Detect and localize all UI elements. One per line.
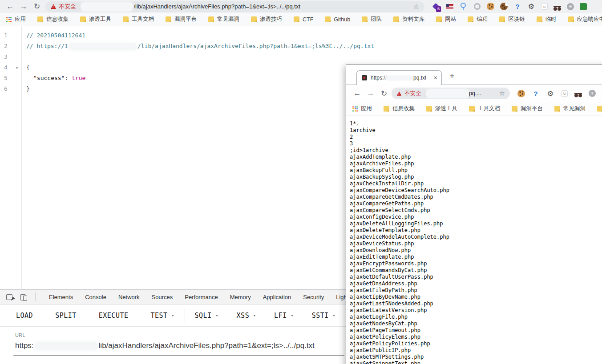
bookmark-item[interactable]: 应急响应中心 — [562, 16, 602, 23]
device-toolbar-icon[interactable] — [20, 294, 27, 300]
bookmark-item[interactable]: 渗透技巧 — [591, 105, 602, 112]
new-tab-icon[interactable]: + — [449, 71, 455, 81]
extension-pin-icon[interactable] — [459, 3, 467, 11]
devtools-tab[interactable]: Performance — [185, 294, 218, 300]
bookmark-item[interactable]: 团队 — [356, 16, 388, 23]
bookmark-item[interactable]: 漏洞平台 — [160, 16, 202, 23]
bookmark-item[interactable]: 资料文库 — [388, 16, 430, 23]
bookmark-star-icon[interactable] — [413, 3, 419, 11]
json-value: true — [72, 73, 85, 84]
file-list-line: ajaxGetLatestVersion.php — [350, 307, 602, 314]
bookmark-item[interactable]: 渗透技巧 — [245, 16, 288, 23]
bookmark-item[interactable]: 区块链 — [493, 16, 531, 23]
bookmark-item[interactable]: 临时 — [531, 16, 562, 23]
file-list-line: ajaxAddTemplate.php — [350, 154, 602, 160]
devtools-tab[interactable]: Network — [118, 294, 140, 300]
security-warning-icon[interactable] — [51, 4, 56, 9]
address-bar[interactable]: 不安全 | pq.... — [392, 88, 510, 99]
hackbar-button[interactable]: SPLIT — [55, 312, 81, 320]
bookmark-item[interactable]: 漏洞平台 — [506, 105, 549, 112]
extension-green-icon[interactable] — [580, 3, 587, 10]
bookmark-item[interactable]: 信息收集 — [32, 16, 74, 23]
bookmark-item[interactable]: 渗透工具 — [420, 105, 463, 112]
extension-u-box-icon[interactable]: u — [561, 90, 568, 97]
extension-gear-icon[interactable] — [527, 3, 535, 11]
hackbar-button[interactable]: LOAD — [16, 312, 37, 320]
devtools-tab[interactable]: Sources — [152, 294, 173, 300]
forward-icon[interactable]: → — [17, 2, 30, 11]
bookmark-item[interactable]: 常见漏洞 — [202, 16, 245, 23]
address-url-text: pq.... — [469, 90, 481, 96]
extension-help-icon[interactable] — [532, 89, 540, 97]
json-key: "success" — [33, 73, 65, 84]
bookmark-label: 工具文档 — [132, 16, 154, 23]
address-bar[interactable]: 不安全 | /lib/ajaxHandlers/ajaxArchiveFiles… — [45, 1, 424, 12]
inspect-element-icon[interactable] — [6, 294, 12, 300]
devtools-tab[interactable]: Console — [85, 294, 106, 300]
bookmark-label: 渗透技巧 — [260, 16, 282, 23]
hackbar-button[interactable]: LFI ▾ — [274, 312, 294, 320]
extension-u-box-icon[interactable]: u — [541, 3, 548, 10]
bookmark-item[interactable]: 网站 — [430, 16, 462, 23]
security-warning-icon[interactable] — [397, 91, 402, 96]
line-number: 2 — [0, 41, 12, 52]
back-icon[interactable]: ← — [351, 89, 364, 98]
extension-diamond-icon[interactable]: 5 — [432, 3, 440, 11]
file-list-line: ajaxGetLogFile.php — [350, 314, 602, 320]
devtools-tab[interactable]: Application — [263, 294, 291, 300]
hackbar-button[interactable]: SSTI ▾ — [312, 312, 335, 320]
extension-gear-icon[interactable] — [546, 89, 554, 97]
bookmark-item[interactable]: 渗透工具 — [74, 16, 117, 23]
bookmark-item[interactable]: 信息收集 — [378, 105, 420, 112]
extension-cookie-bitten-icon[interactable] — [500, 3, 508, 10]
tab-close-icon[interactable]: × — [434, 74, 437, 81]
folder-icon — [436, 16, 442, 22]
bookmark-item[interactable]: 工具文档 — [117, 16, 160, 23]
file-list-line: ajaxGetIpByDevName.php — [350, 294, 602, 300]
hackbar-button[interactable]: XSS ▾ — [237, 312, 256, 320]
reload-icon[interactable]: ↻ — [30, 2, 44, 11]
hackbar-button[interactable]: EXECUTE — [99, 312, 133, 320]
file-list-line: ajaxConfigDevice.php — [350, 214, 602, 220]
file-list-line: ajaxCompareSelectCmds.php — [350, 207, 602, 214]
chevron-down-icon: ▾ — [291, 313, 294, 318]
extension-ring-icon[interactable] — [473, 3, 481, 11]
extension-cookie-icon[interactable] — [487, 3, 494, 10]
bookmark-label: 信息收集 — [46, 16, 69, 23]
extension-help-icon[interactable] — [513, 3, 521, 11]
bookmark-item-apps[interactable]: 应用 — [352, 105, 378, 112]
extension-mask-icon[interactable] — [554, 5, 561, 8]
hackbar-button[interactable]: TEST ▾ — [151, 312, 174, 320]
folder-icon — [537, 16, 542, 22]
reload-icon[interactable]: ↻ — [377, 89, 391, 98]
bookmark-item[interactable]: 常见漏洞 — [549, 105, 591, 112]
hackbar-button-label: LFI — [274, 312, 287, 320]
extension-cookie-icon[interactable] — [517, 90, 525, 97]
hackbar-button[interactable]: SQLI ▾ — [195, 312, 218, 320]
forward-icon[interactable]: → — [364, 89, 377, 98]
bookmark-item[interactable]: 编程 — [462, 16, 493, 23]
extension-mask-icon[interactable] — [574, 92, 582, 95]
extension-pattern-icon[interactable] — [589, 90, 596, 97]
bookmark-label: 常见漏洞 — [217, 16, 239, 23]
json-colon: : — [65, 73, 72, 84]
bookmark-label: 区块链 — [508, 16, 525, 23]
collapse-arrow-icon[interactable] — [12, 62, 21, 73]
bookmark-item[interactable]: CTF — [288, 16, 319, 23]
back-icon[interactable]: ← — [4, 2, 17, 11]
devtools-tab[interactable]: Security — [303, 294, 324, 300]
extension-pattern-icon[interactable] — [567, 3, 574, 10]
extension-flag-icon[interactable] — [445, 3, 453, 11]
bookmark-item[interactable]: Github — [319, 16, 356, 23]
devtools-tab[interactable]: Elements — [49, 294, 73, 300]
file-list-line: ajaxGetPublicIP.php — [350, 347, 602, 354]
bookmark-star-icon[interactable] — [499, 89, 505, 97]
bookmark-label: 工具文档 — [478, 105, 500, 112]
url-field-text: lib/ajaxHandlers/ajaxArchiveFiles.php?pa… — [99, 341, 315, 350]
bookmark-item[interactable]: 工具文档 — [463, 105, 506, 112]
popup-tab[interactable]: https:// pq.txt × — [356, 70, 442, 85]
file-listing: 1*. 1archive 2 3 ;id>1archive ajaxAddTem… — [346, 116, 602, 364]
devtools-tab[interactable]: Memory — [230, 294, 251, 300]
file-list-line: ajaxDownloadNow.php — [350, 247, 602, 254]
bookmark-item-apps[interactable]: 应用 — [5, 16, 32, 23]
